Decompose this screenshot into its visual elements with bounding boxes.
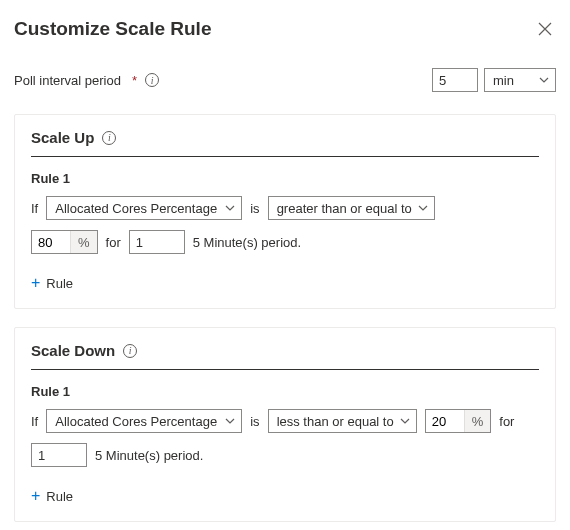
operator-select[interactable]: less than or equal to: [268, 409, 417, 433]
for-label: for: [499, 414, 514, 429]
chevron-down-icon: [539, 75, 549, 85]
if-label: If: [31, 201, 38, 216]
page-title: Customize Scale Rule: [14, 18, 211, 40]
percent-suffix: %: [70, 231, 97, 253]
threshold-input-wrap: %: [425, 409, 492, 433]
metric-value: Allocated Cores Percentage: [55, 414, 217, 429]
operator-select[interactable]: greater than or equal to: [268, 196, 435, 220]
add-rule-label: Rule: [46, 276, 73, 291]
close-button[interactable]: [534, 18, 556, 40]
required-marker: *: [132, 73, 137, 88]
info-icon[interactable]: i: [123, 344, 137, 358]
plus-icon: +: [31, 274, 40, 292]
is-label: is: [250, 201, 259, 216]
operator-value: greater than or equal to: [277, 201, 412, 216]
if-label: If: [31, 414, 38, 429]
poll-interval-input[interactable]: [432, 68, 478, 92]
add-rule-button[interactable]: + Rule: [31, 485, 73, 507]
metric-select[interactable]: Allocated Cores Percentage: [46, 409, 242, 433]
chevron-down-icon: [225, 416, 235, 426]
threshold-input[interactable]: [32, 231, 70, 253]
metric-select[interactable]: Allocated Cores Percentage: [46, 196, 242, 220]
chevron-down-icon: [225, 203, 235, 213]
scale-down-title: Scale Down: [31, 342, 115, 359]
chevron-down-icon: [418, 203, 428, 213]
add-rule-label: Rule: [46, 489, 73, 504]
threshold-input[interactable]: [426, 410, 464, 432]
poll-unit-select[interactable]: min: [484, 68, 556, 92]
metric-value: Allocated Cores Percentage: [55, 201, 217, 216]
period-count-input[interactable]: [31, 443, 87, 467]
plus-icon: +: [31, 487, 40, 505]
scale-up-rule-title: Rule 1: [31, 171, 539, 186]
info-icon[interactable]: i: [145, 73, 159, 87]
scale-down-section: Scale Down i Rule 1 If Allocated Cores P…: [14, 327, 556, 522]
period-text: 5 Minute(s) period.: [95, 448, 203, 463]
chevron-down-icon: [400, 416, 410, 426]
operator-value: less than or equal to: [277, 414, 394, 429]
close-icon: [538, 22, 552, 36]
add-rule-button[interactable]: + Rule: [31, 272, 73, 294]
poll-interval-row: Poll interval period * i min: [14, 68, 556, 92]
poll-interval-label: Poll interval period: [14, 73, 121, 88]
info-icon[interactable]: i: [102, 131, 116, 145]
scale-down-rule-title: Rule 1: [31, 384, 539, 399]
threshold-input-wrap: %: [31, 230, 98, 254]
is-label: is: [250, 414, 259, 429]
period-text: 5 Minute(s) period.: [193, 235, 301, 250]
percent-suffix: %: [464, 410, 491, 432]
for-label: for: [106, 235, 121, 250]
scale-up-section: Scale Up i Rule 1 If Allocated Cores Per…: [14, 114, 556, 309]
scale-up-title: Scale Up: [31, 129, 94, 146]
period-count-input[interactable]: [129, 230, 185, 254]
poll-unit-value: min: [493, 73, 514, 88]
